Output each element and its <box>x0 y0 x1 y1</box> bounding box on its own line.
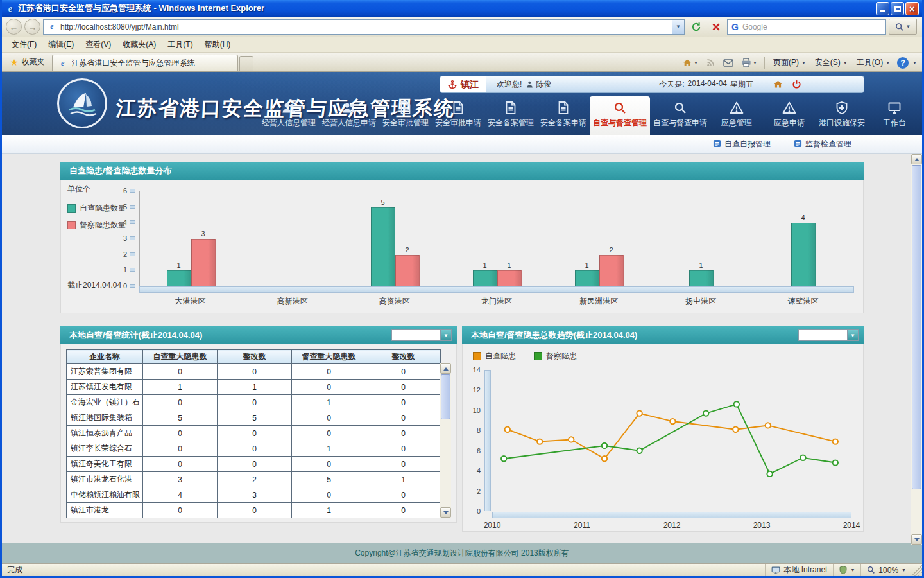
table-cell: 0 <box>143 364 218 380</box>
nav-item[interactable]: 安全审批申请 <box>432 96 484 135</box>
status-text: 完成 <box>2 565 765 575</box>
menu-item[interactable]: 编辑(E) <box>42 37 80 52</box>
zoom-icon <box>867 566 875 574</box>
x-tick-label: 2012 <box>663 521 681 530</box>
copyright-text: Copyright@江苏省交通规划设计院股份有限公司 2013版权所有 <box>355 548 569 559</box>
table-cell: 0 <box>143 503 218 518</box>
back-button[interactable] <box>6 19 22 35</box>
table-row[interactable]: 金海宏业（镇江）石0010 <box>67 395 441 410</box>
table-row[interactable]: 镇江市港龙石化港3251 <box>67 472 441 487</box>
nav-item[interactable]: 安全备案管理 <box>484 96 537 135</box>
address-url[interactable]: http://localhost:8080/yjpt/Main.html <box>60 22 672 31</box>
chevron-down-icon[interactable] <box>847 330 858 340</box>
search-input[interactable]: Google <box>727 19 886 35</box>
subnav-item[interactable]: 自查自报管理 <box>713 139 771 150</box>
favorites-button[interactable]: 收藏夹 <box>4 54 51 70</box>
stats-filter-select[interactable] <box>391 329 452 341</box>
search-placeholder[interactable]: Google <box>742 22 882 31</box>
print-button[interactable] <box>739 57 759 69</box>
stop-button[interactable] <box>707 19 724 35</box>
table-row[interactable]: 镇江奇美化工有限0000 <box>67 457 441 472</box>
table-cell: 1 <box>292 441 366 457</box>
scroll-up-button[interactable] <box>440 363 451 374</box>
toolbar-button[interactable]: 工具(O) <box>853 56 893 69</box>
table-scrollbar[interactable] <box>440 363 451 518</box>
address-input[interactable]: http://localhost:8080/yjpt/Main.html <box>43 19 685 35</box>
menu-item[interactable]: 帮助(H) <box>199 37 237 52</box>
nav-item-label: 应急申请 <box>774 118 805 128</box>
help-button[interactable] <box>897 57 909 69</box>
scrollbar-thumb[interactable] <box>441 374 450 419</box>
scroll-up-button[interactable] <box>911 154 922 164</box>
security-zone[interactable]: 本地 Intranet <box>765 564 833 576</box>
bar: 2 <box>395 255 420 286</box>
scroll-down-button[interactable] <box>440 507 451 518</box>
table-cell: 3 <box>143 472 218 487</box>
scrollbar-thumb[interactable] <box>912 165 921 489</box>
table-panel-title: 本地自查/督查统计(截止2014.04.04) <box>69 329 202 341</box>
table-row[interactable]: 江苏镇江发电有限1100 <box>67 380 441 395</box>
y-axis-band <box>484 370 491 511</box>
toolbar-button-label: 页面(P) <box>773 57 799 68</box>
address-dropdown-button[interactable] <box>672 20 684 34</box>
menu-item[interactable]: 文件(F) <box>6 37 42 52</box>
x-category-label: 谏壁港区 <box>752 296 854 307</box>
toolbar-button-label: 安全(S) <box>815 57 841 68</box>
logout-button[interactable] <box>791 79 802 90</box>
nav-item[interactable]: 经营人信息管理 <box>259 96 319 135</box>
toolbar-button[interactable]: 页面(P) <box>770 56 809 69</box>
nav-item[interactable]: 自查与督查管理 <box>590 96 650 135</box>
toolbar-button-label: 工具(O) <box>857 57 883 68</box>
table-row[interactable]: 江苏索普集团有限0000 <box>67 364 441 380</box>
nav-item[interactable]: 安全备案申请 <box>537 96 590 135</box>
refresh-button[interactable] <box>687 19 705 35</box>
trend-filter-select[interactable] <box>798 329 859 341</box>
chevron-down-icon[interactable] <box>440 330 451 340</box>
resize-grip[interactable] <box>912 564 922 576</box>
forward-button[interactable] <box>24 19 40 35</box>
y-tick-label: 0 <box>123 282 135 290</box>
nav-item[interactable]: 自查与督查申请 <box>650 96 710 135</box>
scroll-down-button[interactable] <box>911 534 922 545</box>
search-dropdown-icon <box>906 24 911 30</box>
feeds-button[interactable] <box>704 57 717 69</box>
star-icon <box>10 57 19 67</box>
table-row[interactable]: 中储粮镇江粮油有限4300 <box>67 487 441 503</box>
new-tab-stub[interactable] <box>239 56 253 71</box>
subnav-item[interactable]: 监督检查管理 <box>794 139 851 150</box>
table-row[interactable]: 镇江港国际集装箱5500 <box>67 410 441 426</box>
close-button[interactable] <box>905 2 919 15</box>
address-bar: http://localhost:8080/yjpt/Main.html Goo… <box>2 17 922 37</box>
zoom-control[interactable]: 100% <box>860 564 912 576</box>
home-button[interactable] <box>680 57 700 69</box>
maximize-button[interactable] <box>891 2 904 15</box>
city-badge: 镇江 <box>440 76 486 92</box>
nav-item[interactable]: 工作台 <box>868 96 921 135</box>
table-cell: 0 <box>143 426 218 441</box>
toolbar-button[interactable]: 安全(S) <box>812 56 851 69</box>
menu-item[interactable]: 工具(T) <box>162 37 198 52</box>
table-row[interactable]: 镇江恒泰沥青产品0000 <box>67 426 441 441</box>
protected-mode-indicator[interactable] <box>833 564 860 576</box>
menu-item[interactable]: 收藏夹(A) <box>117 37 162 52</box>
nav-item[interactable]: 应急申请 <box>763 96 816 135</box>
nav-item[interactable]: 应急管理 <box>710 96 763 135</box>
tab-active[interactable]: 江苏省港口安全监管与应急管理系统 <box>52 55 238 71</box>
y-tick-label: 14 <box>473 366 481 374</box>
home-shortcut-button[interactable] <box>773 79 783 90</box>
page-scrollbar[interactable] <box>911 154 922 545</box>
legend-swatch <box>534 352 542 360</box>
bar-group: 52 <box>344 191 446 286</box>
status-bar: 完成 本地 Intranet 100% <box>2 563 922 576</box>
nav-item[interactable]: 港口设施保安 <box>816 96 868 135</box>
nav-item[interactable]: 经营人信息申请 <box>319 96 379 135</box>
document-icon <box>450 100 466 116</box>
menu-item[interactable]: 查看(V) <box>80 37 117 52</box>
search-button[interactable] <box>889 19 917 35</box>
minimize-button[interactable] <box>876 2 889 15</box>
table-cell: 0 <box>143 457 218 472</box>
table-row[interactable]: 镇江李长荣综合石0010 <box>67 441 441 457</box>
nav-item[interactable]: 安全审批管理 <box>379 96 432 135</box>
table-row[interactable]: 镇江市港龙0010 <box>67 503 441 518</box>
read-mail-button[interactable] <box>721 57 735 69</box>
